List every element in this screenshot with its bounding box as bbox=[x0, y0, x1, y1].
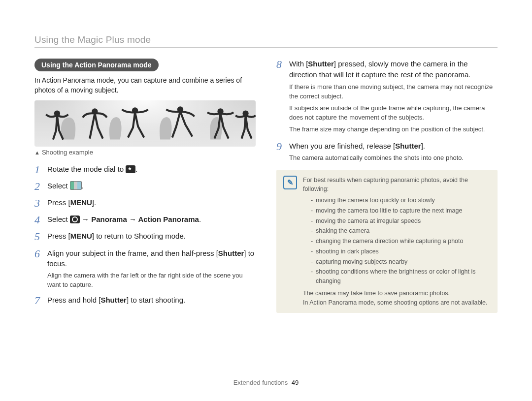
step-2: 2 Select . bbox=[34, 181, 256, 192]
example-image bbox=[34, 100, 256, 147]
page-number: 49 bbox=[292, 379, 299, 386]
section-intro: In Action Panorama mode, you can capture… bbox=[34, 75, 256, 95]
menu-label: MENU bbox=[70, 232, 92, 240]
page: Using the Magic Plus mode Using the Acti… bbox=[0, 0, 532, 401]
step-note: If there is more than one moving subject… bbox=[289, 82, 498, 101]
step-subtext: The camera automatically combines the sh… bbox=[289, 154, 498, 163]
info-body: For best results when capturing panorami… bbox=[303, 176, 491, 308]
info-bullets: moving the camera too quickly or too slo… bbox=[303, 196, 491, 286]
step-body: Press [MENU] to return to Shooting mode. bbox=[47, 231, 256, 242]
step-4: 4 Select → Panorama → Action Panorama. bbox=[34, 214, 256, 226]
divider bbox=[34, 47, 498, 48]
example-caption: ▲Shooting example bbox=[34, 149, 256, 156]
step-body: Select . bbox=[47, 181, 256, 191]
info-trail: In Action Panorama mode, some shooting o… bbox=[303, 298, 491, 308]
step-subtext: Align the camera with the far left or th… bbox=[47, 271, 256, 290]
left-column: Using the Action Panorama mode In Action… bbox=[34, 59, 256, 313]
mode-dial-icon bbox=[126, 165, 135, 173]
step-body: Align your subject in the frame, and the… bbox=[47, 248, 256, 290]
step-number: 3 bbox=[34, 197, 47, 209]
step-number: 1 bbox=[34, 164, 47, 176]
step-1: 1 Rotate the mode dial to . bbox=[34, 164, 256, 176]
info-trail: The camera may take time to save panoram… bbox=[303, 289, 491, 298]
menu-label: MENU bbox=[70, 198, 92, 207]
step-9: 9 When you are finished, release [Shutte… bbox=[276, 141, 498, 163]
info-bullet: moving the camera too little to capture … bbox=[311, 206, 491, 216]
step-7: 7 Press and hold [Shutter] to start shoo… bbox=[34, 295, 256, 307]
step-6: 6 Align your subject in the frame, and t… bbox=[34, 248, 256, 290]
step-body: Select → Panorama → Action Panorama. bbox=[47, 214, 256, 225]
step-body: Press and hold [Shutter] to start shooti… bbox=[47, 295, 256, 306]
footer: Extended functions 49 bbox=[0, 379, 532, 386]
step-number: 8 bbox=[276, 59, 289, 70]
page-title: Using the Magic Plus mode bbox=[34, 34, 498, 45]
step-number: 6 bbox=[34, 248, 47, 260]
step-note: The frame size may change depending on t… bbox=[289, 124, 498, 134]
caption-triangle-icon: ▲ bbox=[34, 150, 40, 155]
info-bullet: capturing moving subjects nearby bbox=[311, 257, 491, 267]
step-number: 7 bbox=[34, 295, 47, 307]
footer-section: Extended functions bbox=[233, 379, 288, 386]
info-bullet: moving the camera at irregular speeds bbox=[311, 216, 491, 226]
step-bold: → Panorama → Action Panorama bbox=[80, 215, 199, 223]
step-body: When you are finished, release [Shutter]… bbox=[289, 141, 498, 163]
caption-text: Shooting example bbox=[42, 149, 93, 156]
info-icon: ✎ bbox=[283, 176, 297, 189]
steps-right: 8 With [Shutter] pressed, slowly move th… bbox=[276, 59, 498, 163]
section-pill: Using the Action Panorama mode bbox=[34, 59, 159, 71]
info-bullet: shooting conditions where the brightness… bbox=[311, 267, 491, 286]
dancers-illustration bbox=[34, 100, 256, 147]
step-note: If subjects are outside of the guide fra… bbox=[289, 103, 498, 123]
step-number: 4 bbox=[34, 214, 47, 226]
step-3: 3 Press [MENU]. bbox=[34, 197, 256, 209]
step-body: Press [MENU]. bbox=[47, 197, 256, 208]
step-body: With [Shutter] pressed, slowly move the … bbox=[289, 59, 498, 134]
camera-icon bbox=[70, 216, 80, 223]
step-body: Rotate the mode dial to . bbox=[47, 164, 256, 175]
step-number: 5 bbox=[34, 231, 47, 243]
content-columns: Using the Action Panorama mode In Action… bbox=[34, 59, 498, 313]
info-bullet: moving the camera too quickly or too slo… bbox=[311, 196, 491, 205]
step-number: 2 bbox=[34, 181, 47, 192]
info-box: ✎ For best results when capturing panora… bbox=[276, 170, 498, 313]
info-bullet: shaking the camera bbox=[311, 226, 491, 236]
steps-left: 1 Rotate the mode dial to . 2 Select . 3… bbox=[34, 164, 256, 307]
select-icon bbox=[70, 181, 82, 190]
step-number: 9 bbox=[276, 141, 289, 153]
info-bullet: shooting in dark places bbox=[311, 247, 491, 256]
step-8: 8 With [Shutter] pressed, slowly move th… bbox=[276, 59, 498, 134]
info-lead: For best results when capturing panorami… bbox=[303, 176, 491, 194]
info-bullet: changing the camera direction while capt… bbox=[311, 237, 491, 246]
step-5: 5 Press [MENU] to return to Shooting mod… bbox=[34, 231, 256, 243]
right-column: 8 With [Shutter] pressed, slowly move th… bbox=[276, 59, 498, 313]
